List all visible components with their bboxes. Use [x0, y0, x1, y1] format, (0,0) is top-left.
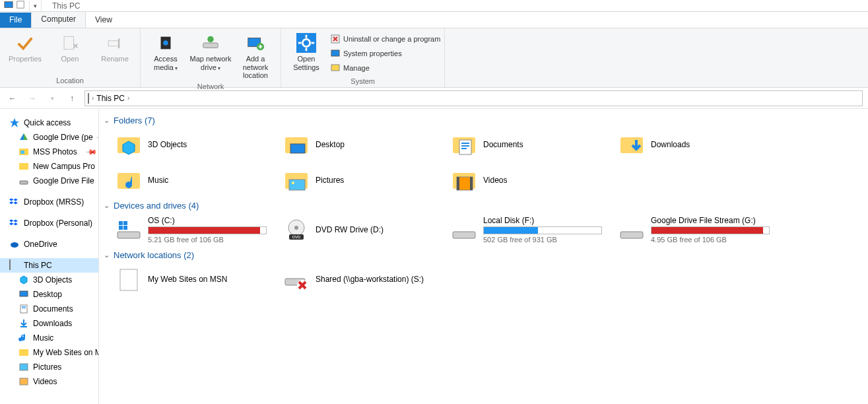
svg-rect-31	[22, 306, 26, 307]
sys-props-button[interactable]: System properties	[330, 47, 440, 60]
nav-qa-label: MSS Photos	[33, 147, 77, 156]
nav-pc-item[interactable]: Pictures	[0, 360, 98, 374]
folder-videos-icon	[450, 166, 478, 194]
settings-gear-icon	[296, 32, 317, 53]
pc-icon	[88, 94, 89, 103]
svg-rect-18	[331, 50, 339, 56]
folder-item[interactable]: Desktop	[279, 128, 446, 161]
quick-access-toolbar: ▾	[0, 0, 47, 11]
svg-rect-58	[123, 226, 127, 230]
qat-customize-caret[interactable]: ▾	[34, 3, 37, 9]
folders-items: 3D Objects Desktop Documents Downloads M…	[111, 128, 868, 197]
manage-icon	[330, 63, 341, 73]
nav-this-pc[interactable]: This PC	[0, 258, 98, 273]
drive-item[interactable]: DVD DVD RW Drive (D:)	[279, 213, 446, 246]
open-button[interactable]: Open	[49, 31, 91, 63]
network-item[interactable]: My Web Sites on MSN	[111, 263, 279, 296]
nav-pc-item[interactable]: Desktop	[0, 287, 98, 302]
folder-item[interactable]: Downloads	[614, 128, 782, 161]
map-drive-label: Map network drive▾	[189, 55, 232, 71]
nav-onedrive[interactable]: OneDrive	[0, 237, 98, 252]
svg-marker-22	[24, 133, 28, 140]
folder-name: Documents	[483, 140, 610, 149]
breadcrumb[interactable]: › This PC ›	[84, 90, 863, 106]
svg-rect-1	[17, 1, 24, 9]
nav-dropbox-personal-label: Dropbox (Personal)	[24, 219, 92, 228]
group-title-network: Network locations (2)	[114, 250, 194, 260]
properties-label: Properties	[9, 55, 42, 63]
sys-props-label: System properties	[343, 50, 402, 57]
group-header-drives[interactable]: ⌄ Devices and drives (4)	[102, 197, 868, 213]
open-settings-button[interactable]: Open Settings	[285, 31, 327, 71]
svg-rect-7	[203, 43, 218, 48]
tab-view[interactable]: View	[86, 13, 121, 28]
folder-item[interactable]: Documents	[446, 128, 614, 161]
folder-desktop-icon	[283, 131, 310, 158]
window-title: This PC	[52, 1, 81, 11]
qat-separator	[29, 1, 30, 11]
drive-hdd-icon	[450, 216, 478, 244]
drive-item[interactable]: Google Drive File Stream (G:) 4.95 GB fr…	[614, 213, 782, 246]
nav-quick-access[interactable]: Quick access	[0, 116, 98, 130]
group-header-network[interactable]: ⌄ Network locations (2)	[102, 246, 868, 263]
nav-dropbox-mrss[interactable]: Dropbox (MRSS)	[0, 195, 98, 209]
nav-qa-item[interactable]: MSS Photos 📌	[0, 145, 98, 159]
map-drive-button[interactable]: Map network drive▾	[189, 31, 232, 71]
properties-button[interactable]: Properties	[4, 31, 46, 63]
svg-rect-53	[470, 177, 473, 190]
nav-qa-item[interactable]: Google Drive (pe 📌	[0, 130, 98, 145]
drive-dvd-icon: DVD	[283, 216, 310, 244]
folder-name: Pictures	[316, 176, 442, 185]
network-item[interactable]: Shared (\\gba-workstation) (S:)	[279, 263, 446, 296]
qat-icon-1[interactable]	[4, 0, 13, 11]
manage-button[interactable]: Manage	[330, 61, 440, 75]
drive-item[interactable]: OS (C:) 5.21 GB free of 106 GB	[111, 213, 279, 246]
drive-item[interactable]: Local Disk (F:) 502 GB free of 931 GB	[446, 213, 614, 246]
svg-rect-63	[453, 232, 475, 238]
rename-icon	[104, 32, 125, 53]
nav-dropbox-personal[interactable]: Dropbox (Personal)	[0, 216, 98, 230]
nav-recent-caret[interactable]: ▾	[45, 91, 59, 106]
nav-pc-item[interactable]: 3D Objects	[0, 273, 98, 287]
drives-items: OS (C:) 5.21 GB free of 106 GB DVD DVD R…	[111, 213, 868, 246]
nav-pc-item[interactable]: Music	[0, 331, 98, 345]
nav-pc-label: Videos	[33, 377, 57, 386]
tab-file[interactable]: File	[0, 13, 31, 28]
svg-point-8	[207, 36, 213, 42]
group-label-location: Location	[0, 75, 140, 87]
ribbon-tabs: File Computer View	[0, 12, 868, 28]
crumb-this-pc[interactable]: This PC	[96, 94, 125, 103]
nav-qa-item[interactable]: New Campus Pro 📌	[0, 159, 98, 174]
tab-computer[interactable]: Computer	[31, 11, 86, 28]
nav-pc-item[interactable]: Downloads	[0, 316, 98, 331]
add-location-button[interactable]: Add a network location	[234, 31, 277, 80]
svg-point-28	[11, 242, 18, 248]
folder-item[interactable]: 3D Objects	[111, 128, 279, 161]
media-server-icon	[155, 32, 176, 53]
uninstall-button[interactable]: Uninstall or change a program	[330, 32, 440, 46]
group-header-folders[interactable]: ⌄ Folders (7)	[102, 112, 868, 128]
nav-pc-item[interactable]: Documents	[0, 302, 98, 316]
folder-pictures-icon	[283, 166, 310, 194]
network-drive-disconnected-icon	[283, 265, 310, 293]
folder-item[interactable]: Videos	[446, 164, 614, 197]
nav-dropbox-mrss-label: Dropbox (MRSS)	[24, 197, 84, 207]
svg-rect-33	[20, 326, 27, 327]
svg-rect-44	[461, 148, 467, 149]
qat-icon-2[interactable]	[16, 0, 25, 11]
rename-button[interactable]: Rename	[94, 31, 136, 63]
svg-point-49	[292, 182, 294, 184]
nav-back[interactable]: ←	[5, 91, 20, 106]
pc-icon	[9, 260, 20, 271]
nav-up[interactable]: ↑	[65, 91, 79, 106]
folder-item[interactable]: Pictures	[279, 164, 446, 197]
svg-rect-34	[19, 349, 28, 356]
nav-pc-item[interactable]: My Web Sites on M	[0, 345, 98, 360]
group-title-drives: Devices and drives (4)	[114, 201, 199, 211]
nav-pc-item[interactable]: Videos	[0, 374, 98, 389]
nav-forward[interactable]: →	[25, 91, 40, 106]
qat-separator-2	[41, 1, 42, 11]
nav-qa-item[interactable]: Google Drive File	[0, 174, 98, 188]
folder-item[interactable]: Music	[111, 164, 279, 197]
access-media-button[interactable]: Access media▾	[145, 31, 187, 71]
